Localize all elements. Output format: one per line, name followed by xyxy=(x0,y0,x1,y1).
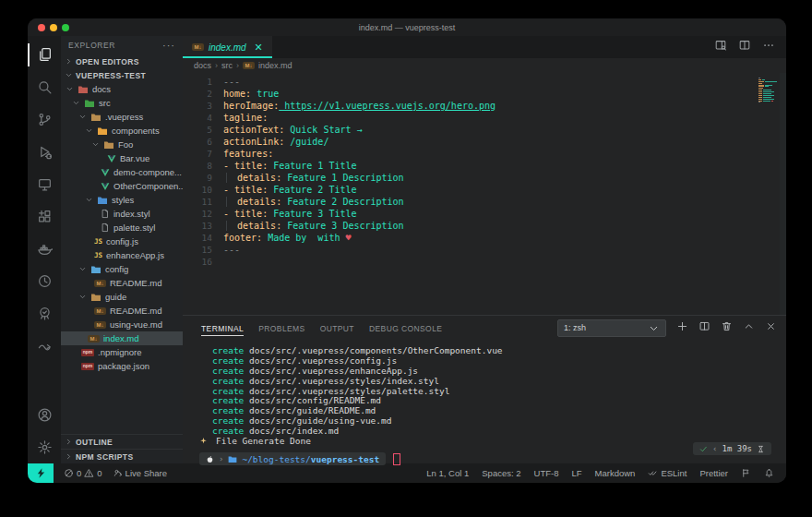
status-eslint[interactable]: ESLint xyxy=(648,468,687,478)
tree-item-docs[interactable]: docs xyxy=(61,82,183,96)
close-tab-icon[interactable]: ✕ xyxy=(255,42,263,54)
status-markdown[interactable]: Markdown xyxy=(595,468,636,478)
tree-item--vuepress[interactable]: .vuepress xyxy=(61,110,183,124)
code-line-6[interactable]: 6actionLink: /guide/ xyxy=(183,136,757,148)
tree-item-config[interactable]: config xyxy=(61,262,183,276)
panel-tab-terminal[interactable]: TERMINAL xyxy=(201,319,244,338)
section-workspace-root[interactable]: VUEPRESS-TEST xyxy=(61,68,183,82)
code-line-15[interactable]: 15--- xyxy=(183,244,757,256)
tree-item-package-json[interactable]: npmpackage.json xyxy=(61,359,183,373)
maximize-panel-icon[interactable] xyxy=(743,319,755,336)
activity-remote-explorer-icon[interactable] xyxy=(28,168,61,200)
tree-item-enhanceapp-js[interactable]: JSenhanceApp.js xyxy=(61,248,183,262)
tree-item-using-vue-md[interactable]: M↓using-vue.md xyxy=(61,318,183,331)
live-share-status[interactable]: Live Share xyxy=(113,468,167,478)
code-line-5[interactable]: 5actionText: Quick Start → xyxy=(183,124,757,136)
code-line-7[interactable]: 7features: xyxy=(183,148,757,160)
code-line-10[interactable]: 10- title: Feature 2 Title xyxy=(183,184,757,196)
terminal-output-line: create docs/src/.vuepress/styles/palette… xyxy=(212,386,786,396)
status-lf[interactable]: LF xyxy=(571,468,581,478)
maximize-window-button[interactable] xyxy=(62,24,69,31)
status-bar: 0 0 Live Share Ln 1, Col 1Spaces: 2UTF-8… xyxy=(28,463,786,483)
tree-item-src[interactable]: src xyxy=(61,96,183,110)
activity-clock-extension-icon[interactable] xyxy=(28,265,61,297)
code-line-11[interactable]: 11details: Feature 2 Description xyxy=(183,196,757,208)
editor-more-actions-icon[interactable] xyxy=(762,39,775,55)
tree-item-guide[interactable]: guide xyxy=(61,290,183,304)
status-spaces-2[interactable]: Spaces: 2 xyxy=(482,468,520,478)
tree-item-index-md[interactable]: M↓index.md xyxy=(61,331,183,345)
breadcrumb-file[interactable]: index.md xyxy=(258,61,293,70)
split-editor-icon[interactable] xyxy=(738,39,751,55)
open-changes-icon[interactable] xyxy=(714,39,727,55)
activity-extensions-icon[interactable] xyxy=(28,200,61,233)
activity-explorer-icon[interactable] xyxy=(28,39,61,71)
section-outline[interactable]: OUTLINE xyxy=(61,434,183,449)
code-line-8[interactable]: 8- title: Feature 1 Title xyxy=(183,160,757,172)
code-line-16[interactable]: 16 xyxy=(183,256,757,268)
close-panel-icon[interactable] xyxy=(765,319,777,336)
activity-accounts-icon[interactable] xyxy=(28,399,61,431)
editor-scrollbar[interactable] xyxy=(780,73,786,315)
bell-icon xyxy=(764,468,774,478)
section-npm-scripts[interactable]: NPM SCRIPTS xyxy=(61,449,183,463)
remote-indicator[interactable] xyxy=(28,463,54,483)
status-ln-1-col-1[interactable]: Ln 1, Col 1 xyxy=(426,468,469,478)
problems-status[interactable]: 0 0 xyxy=(64,468,102,478)
tree-item-config-js[interactable]: JSconfig.js xyxy=(61,234,183,248)
minimize-window-button[interactable] xyxy=(50,24,57,31)
code-line-12[interactable]: 12- title: Feature 3 Title xyxy=(183,208,757,220)
tree-item-readme-md[interactable]: M↓README.md xyxy=(61,304,183,318)
code-line-14[interactable]: 14footer: Made by with ♥ xyxy=(183,232,757,244)
new-terminal-icon[interactable] xyxy=(676,319,688,336)
code-line-9[interactable]: 9details: Feature 1 Description xyxy=(183,172,757,184)
panel-tab-output[interactable]: OUTPUT xyxy=(320,319,354,338)
editor-area[interactable]: 1---2home: true3heroImage: https://v1.vu… xyxy=(183,73,786,315)
activity-docker-icon[interactable] xyxy=(28,233,61,265)
tree-item--npmignore[interactable]: npm.npmignore xyxy=(61,345,183,359)
code-line-13[interactable]: 13details: Feature 3 Description xyxy=(183,220,757,232)
status-prettier[interactable]: Prettier xyxy=(699,468,728,478)
activity-run-debug-icon[interactable] xyxy=(28,136,61,168)
tree-item-components[interactable]: components xyxy=(61,124,183,138)
folder-icon xyxy=(97,196,108,205)
tree-item-index-styl[interactable]: index.styl xyxy=(61,207,183,221)
tree-item-foo[interactable]: Foo xyxy=(61,138,183,151)
code-line-4[interactable]: 4tagline: xyxy=(183,112,757,124)
tree-item-readme-md[interactable]: M↓README.md xyxy=(61,276,183,290)
code-line-3[interactable]: 3heroImage: https://v1.vuepress.vuejs.or… xyxy=(183,100,757,112)
tree-item-palette-styl[interactable]: palette.styl xyxy=(61,221,183,234)
terminal-output-line: create docs/src/.vuepress/config.js xyxy=(212,355,786,366)
sidebar-more-actions-icon[interactable]: ··· xyxy=(162,40,175,51)
panel-tab-debug-console[interactable]: DEBUG CONSOLE xyxy=(369,319,442,338)
status-utf-8[interactable]: UTF-8 xyxy=(534,468,559,478)
chevron-right-icon xyxy=(65,438,73,446)
tree-item-othercomponen-[interactable]: OtherComponen... xyxy=(61,179,183,193)
chevron-down-icon xyxy=(648,322,660,334)
close-window-button[interactable] xyxy=(38,24,45,31)
code-line-2[interactable]: 2home: true xyxy=(183,88,757,100)
terminal-content[interactable]: create docs/src/.vuepress/components/Oth… xyxy=(183,340,786,463)
activity-tree-extension-icon[interactable] xyxy=(28,297,61,330)
split-terminal-icon[interactable] xyxy=(699,319,710,336)
chevron-down-icon xyxy=(72,99,80,107)
terminal-shell-select[interactable]: 1: zsh xyxy=(557,319,666,337)
code-line-1[interactable]: 1--- xyxy=(183,76,757,88)
panel-tab-problems[interactable]: PROBLEMS xyxy=(258,319,304,338)
activity-wave-extension-icon[interactable] xyxy=(28,330,61,362)
status-feedback[interactable] xyxy=(741,468,751,478)
line-number: 5 xyxy=(183,125,223,135)
kill-terminal-icon[interactable] xyxy=(721,319,733,336)
activity-source-control-icon[interactable] xyxy=(28,103,61,136)
tab-index-md[interactable]: M↓ index.md ✕ xyxy=(183,36,272,58)
activity-search-icon[interactable] xyxy=(28,71,61,103)
tree-item-demo-compone-[interactable]: demo-compone... xyxy=(61,165,183,179)
breadcrumb-docs[interactable]: docs xyxy=(194,61,211,70)
status-notifications[interactable] xyxy=(764,468,774,478)
title-bar: index.md — vuepress-test xyxy=(28,18,786,36)
tree-item-bar-vue[interactable]: Bar.vue xyxy=(61,151,183,165)
breadcrumb-src[interactable]: src xyxy=(221,61,233,70)
tree-item-styles[interactable]: styles xyxy=(61,193,183,207)
activity-settings-gear-icon[interactable] xyxy=(28,431,61,463)
section-open-editors[interactable]: OPEN EDITORS xyxy=(61,54,183,68)
